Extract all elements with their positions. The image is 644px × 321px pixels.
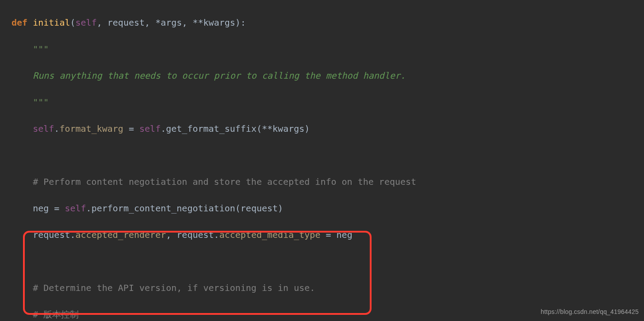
dot: . [86,203,92,214]
watermark: https://blog.csdn.net/qq_41964425 [541,305,639,318]
docstring-open: """ [33,44,49,54]
assign: = [320,229,336,240]
var-neg: neg [33,203,49,214]
dot: . [214,229,219,240]
docstring-close: """ [33,97,49,107]
code-line: neg = self.perform_content_negotiation(r… [12,202,644,215]
code-line: """ [12,96,644,109]
keyword-def: def [12,17,27,28]
comma: , [182,17,192,28]
arg-request: request [241,203,278,214]
assign: = [123,123,139,134]
self-ref: self [65,203,86,214]
code-line: Runs anything that needs to occur prior … [12,69,644,82]
param-request: request [107,17,145,28]
code-line-blank [12,149,644,162]
code-line-blank [12,255,644,268]
attr-format-kwarg: format_kwarg [59,123,123,134]
paren: ) [304,123,310,134]
code-line: def initial(self, request, *args, **kwar… [12,16,644,29]
comma: , [97,17,107,28]
call-get-format-suffix: get_format_suffix [166,123,257,134]
dot: . [54,123,59,134]
code-line: # Determine the API version, if versioni… [12,281,644,294]
comment: # Determine the API version, if versioni… [33,283,315,293]
docstring-body: Runs anything that needs to occur prior … [33,70,406,81]
code-line: """ [12,42,644,56]
arg-kwargs: kwargs [272,123,304,134]
var-request: request [176,229,214,240]
function-name: initial [33,17,70,28]
param-args: args [161,17,182,28]
dot: . [161,123,166,134]
paren-close-colon: ): [235,17,246,28]
code-line: # Perform content negotiation and store … [12,175,644,188]
var-neg: neg [337,229,353,240]
attr-accepted-renderer: accepted_renderer [76,229,166,240]
star: * [155,17,161,28]
param-kwargs: kwargs [203,17,235,28]
code-line: self.format_kwarg = self.get_format_suff… [12,122,644,135]
assign: = [49,203,65,214]
paren: ( [235,203,241,214]
comment: # Perform content negotiation and store … [33,176,416,187]
comma: , [145,17,155,28]
paren: ) [278,203,283,214]
var-request: request [33,229,70,240]
param-self: self [76,17,97,28]
code-line: request.accepted_renderer, request.accep… [12,228,644,241]
double-star: ** [192,17,203,28]
comment: # 版本控制 [33,309,79,320]
self-ref: self [139,123,161,134]
attr-accepted-media-type: accepted_media_type [219,229,321,240]
call-perform-content-negotiation: perform_content_negotiation [92,203,235,214]
self-ref: self [33,123,54,134]
double-star: ** [262,123,272,134]
comma: , [166,229,176,240]
paren: ( [257,123,262,134]
code-editor[interactable]: def initial(self, request, *args, **kwar… [0,0,644,321]
dot: . [70,229,75,240]
paren: ( [70,17,75,28]
